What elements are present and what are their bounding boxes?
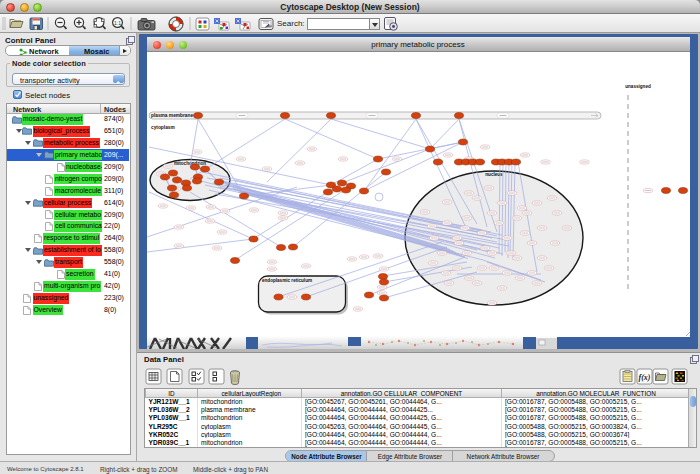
svg-text:cytoplasm: cytoplasm [151, 125, 175, 130]
svg-text:endoplasmic reticulum: endoplasmic reticulum [262, 278, 312, 283]
svg-text:f(x): f(x) [639, 373, 651, 382]
svg-text:plasma membrane: plasma membrane [151, 113, 193, 118]
svg-text:nucleus: nucleus [485, 172, 503, 177]
svg-text:unassigned: unassigned [625, 84, 651, 89]
